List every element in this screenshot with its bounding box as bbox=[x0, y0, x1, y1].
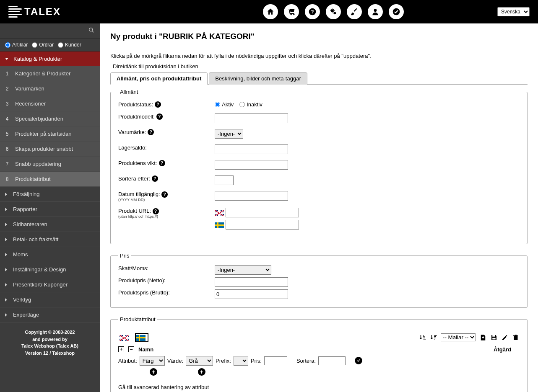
nav-vat[interactable]: Moms bbox=[0, 247, 100, 262]
direct-link[interactable]: Direktlänk till produktsidan i butiken bbox=[113, 63, 528, 70]
select-prefix[interactable] bbox=[234, 356, 248, 366]
nav-quick-create[interactable]: 6Skapa produkter snabbt bbox=[0, 142, 100, 157]
user-icon[interactable] bbox=[368, 4, 383, 19]
nav-specials[interactable]: 4Specialerbjudanden bbox=[0, 111, 100, 126]
input-stock[interactable] bbox=[215, 144, 288, 154]
help-icon[interactable]: ? bbox=[155, 101, 161, 108]
confirm-attr-button[interactable] bbox=[355, 357, 362, 364]
nav-reports[interactable]: Rapporter bbox=[0, 202, 100, 217]
radio-ordrar[interactable]: Ordrar bbox=[32, 42, 54, 48]
select-brand[interactable]: -Ingen- bbox=[215, 129, 243, 139]
save-icon[interactable] bbox=[490, 334, 498, 341]
select-tax[interactable]: -Ingen- bbox=[215, 265, 271, 275]
add-value-button[interactable]: + bbox=[198, 368, 205, 376]
check-icon[interactable] bbox=[389, 4, 404, 19]
radio-active[interactable]: Aktiv bbox=[215, 101, 234, 108]
help-icon[interactable]: ? bbox=[153, 208, 159, 214]
select-value[interactable]: Grå bbox=[186, 356, 213, 366]
tabs: Allmänt, pris och produktattribut Beskri… bbox=[110, 72, 528, 85]
label-tax: Skatt/Moms: bbox=[118, 265, 148, 271]
col-action: Åtgärd bbox=[494, 346, 511, 353]
brush-icon[interactable] bbox=[347, 4, 362, 19]
nav-catalog[interactable]: Katalog & Produkter bbox=[0, 52, 100, 66]
help-icon[interactable]: ? bbox=[152, 175, 158, 182]
label-brand: Varumärke: bbox=[118, 129, 146, 135]
radio-kunder[interactable]: Kunder bbox=[58, 42, 81, 48]
input-url-sv[interactable] bbox=[226, 220, 299, 230]
search-scope-radios: Artiklar Ordrar Kunder bbox=[0, 39, 100, 52]
nav-settings-design[interactable]: Inställningar & Design bbox=[0, 262, 100, 277]
label-attr: Attribut: bbox=[118, 358, 137, 364]
nav-featured[interactable]: 5Produkter på startsidan bbox=[0, 126, 100, 142]
legend-attributes: Produktattribut bbox=[118, 316, 157, 322]
expand-all-icon[interactable]: + bbox=[118, 346, 124, 352]
sort-asc-icon[interactable] bbox=[419, 334, 426, 341]
flag-uk-icon bbox=[120, 335, 129, 341]
radio-artiklar[interactable]: Artiklar bbox=[5, 42, 28, 48]
label-pris: Pris: bbox=[251, 358, 262, 364]
help-icon[interactable]: ? bbox=[159, 160, 165, 166]
legend-price: Pris bbox=[118, 253, 131, 259]
input-date[interactable] bbox=[215, 191, 288, 201]
collapse-all-icon[interactable]: − bbox=[128, 346, 134, 352]
label-weight: Produktens vikt: bbox=[118, 160, 157, 166]
nav-expert[interactable]: Expertläge bbox=[0, 307, 100, 322]
input-url-en[interactable] bbox=[226, 208, 299, 217]
help-icon[interactable]: ? bbox=[148, 129, 154, 135]
nav-payment-shipping[interactable]: Betal- och fraktsätt bbox=[0, 232, 100, 247]
input-weight[interactable] bbox=[215, 160, 288, 170]
nav-giftcards[interactable]: Presentkort/ Kuponger bbox=[0, 277, 100, 292]
sort-desc-icon[interactable] bbox=[430, 334, 437, 341]
input-net[interactable] bbox=[215, 277, 288, 287]
input-sort[interactable] bbox=[215, 175, 234, 185]
label-status: Produktstatus: bbox=[118, 101, 153, 108]
input-model[interactable] bbox=[215, 113, 288, 123]
logo-icon bbox=[8, 5, 22, 18]
fieldset-general: Allmänt Produktstatus: ? Aktiv Inaktiv P… bbox=[110, 89, 528, 244]
tab-general[interactable]: Allmänt, pris och produktattribut bbox=[110, 72, 208, 85]
import-icon[interactable] bbox=[479, 334, 487, 341]
radio-inactive[interactable]: Inaktiv bbox=[239, 101, 263, 108]
label-value: Värde: bbox=[167, 358, 183, 364]
flag-se-icon bbox=[215, 222, 224, 228]
nav-sales[interactable]: Försäljning bbox=[0, 187, 100, 202]
select-attribute[interactable]: Färg bbox=[140, 356, 165, 366]
help-icon[interactable]: ? bbox=[305, 4, 320, 19]
input-attr-price[interactable] bbox=[264, 356, 287, 365]
nav-product-attributes[interactable]: 8Produktattribut bbox=[0, 172, 100, 187]
topnav: ? bbox=[263, 4, 404, 19]
help-icon[interactable]: ? bbox=[161, 191, 168, 198]
input-gross[interactable] bbox=[215, 289, 288, 299]
svg-text:?: ? bbox=[311, 9, 314, 14]
select-templates[interactable]: -- Mallar -- bbox=[441, 333, 476, 341]
col-name: Namn bbox=[138, 346, 153, 353]
label-date: Datum tillgänglig: bbox=[118, 191, 160, 197]
gears-icon[interactable] bbox=[326, 4, 341, 19]
svg-point-6 bbox=[89, 28, 93, 31]
language-select[interactable]: Svenska bbox=[497, 7, 530, 16]
nav-page-manager[interactable]: Sidhanteraren bbox=[0, 217, 100, 232]
nav-tools[interactable]: Verktyg bbox=[0, 292, 100, 307]
tab-description[interactable]: Beskrivning, bilder och meta-taggar bbox=[209, 72, 307, 85]
footer-text: Copyright © 2003-2022 and powered by Tal… bbox=[0, 322, 100, 363]
legend-general: Allmänt bbox=[118, 89, 140, 95]
cart-icon[interactable] bbox=[284, 4, 299, 19]
help-icon[interactable]: ? bbox=[156, 113, 163, 120]
nav-reviews[interactable]: 3Recensioner bbox=[0, 96, 100, 111]
nav-quick-update[interactable]: 7Snabb uppdatering bbox=[0, 157, 100, 172]
nav-brands[interactable]: 2Varumärken bbox=[0, 81, 100, 96]
nav-categories-products[interactable]: 1Kategorier & Produkter bbox=[0, 66, 100, 81]
home-icon[interactable] bbox=[263, 4, 278, 19]
lang-flag-se[interactable] bbox=[135, 333, 148, 342]
svg-point-3 bbox=[334, 12, 336, 14]
flag-se-icon bbox=[136, 335, 146, 341]
lang-flag-uk[interactable] bbox=[118, 333, 132, 342]
label-model: Produktmodell: bbox=[118, 113, 155, 120]
trash-icon[interactable] bbox=[512, 334, 520, 341]
advanced-attr-link[interactable]: Gå till avancerad hantering av attribut bbox=[118, 384, 520, 390]
sidebar-search[interactable] bbox=[0, 23, 100, 39]
add-attribute-button[interactable]: + bbox=[150, 368, 157, 376]
input-attr-sort[interactable] bbox=[318, 356, 346, 365]
logo: TALEX bbox=[8, 5, 61, 18]
edit-icon[interactable] bbox=[501, 334, 509, 341]
